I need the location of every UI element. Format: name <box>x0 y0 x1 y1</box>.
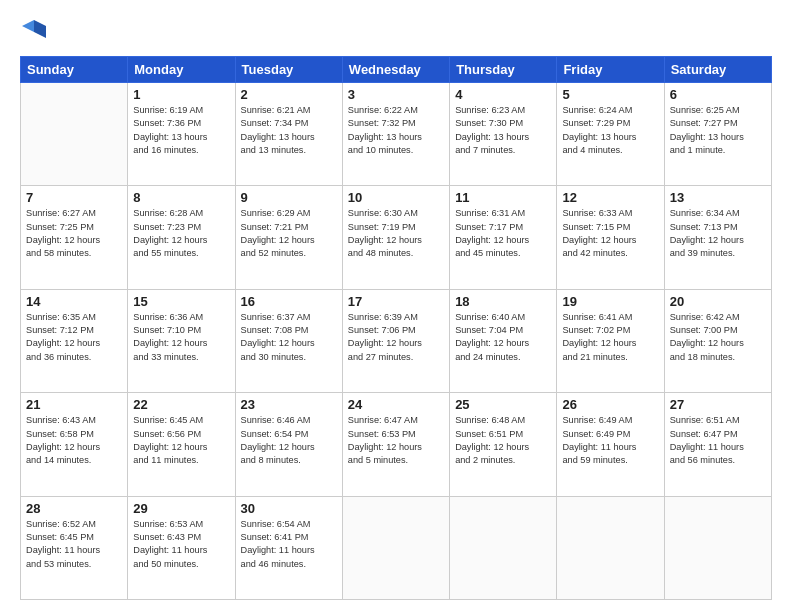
day-header-thursday: Thursday <box>450 57 557 83</box>
day-info: Sunrise: 6:35 AMSunset: 7:12 PMDaylight:… <box>26 311 122 364</box>
day-number: 27 <box>670 397 766 412</box>
day-number: 28 <box>26 501 122 516</box>
day-number: 11 <box>455 190 551 205</box>
calendar-week-4: 21Sunrise: 6:43 AMSunset: 6:58 PMDayligh… <box>21 393 772 496</box>
day-header-sunday: Sunday <box>21 57 128 83</box>
day-number: 24 <box>348 397 444 412</box>
day-number: 29 <box>133 501 229 516</box>
calendar-week-5: 28Sunrise: 6:52 AMSunset: 6:45 PMDayligh… <box>21 496 772 599</box>
calendar-cell <box>21 83 128 186</box>
day-info: Sunrise: 6:24 AMSunset: 7:29 PMDaylight:… <box>562 104 658 157</box>
day-header-monday: Monday <box>128 57 235 83</box>
day-header-saturday: Saturday <box>664 57 771 83</box>
calendar-cell <box>342 496 449 599</box>
day-header-wednesday: Wednesday <box>342 57 449 83</box>
day-number: 8 <box>133 190 229 205</box>
calendar-cell: 25Sunrise: 6:48 AMSunset: 6:51 PMDayligh… <box>450 393 557 496</box>
calendar-cell: 21Sunrise: 6:43 AMSunset: 6:58 PMDayligh… <box>21 393 128 496</box>
calendar-cell: 30Sunrise: 6:54 AMSunset: 6:41 PMDayligh… <box>235 496 342 599</box>
calendar-cell: 8Sunrise: 6:28 AMSunset: 7:23 PMDaylight… <box>128 186 235 289</box>
day-info: Sunrise: 6:29 AMSunset: 7:21 PMDaylight:… <box>241 207 337 260</box>
day-number: 1 <box>133 87 229 102</box>
day-number: 5 <box>562 87 658 102</box>
day-info: Sunrise: 6:25 AMSunset: 7:27 PMDaylight:… <box>670 104 766 157</box>
day-number: 22 <box>133 397 229 412</box>
day-info: Sunrise: 6:41 AMSunset: 7:02 PMDaylight:… <box>562 311 658 364</box>
day-number: 3 <box>348 87 444 102</box>
day-number: 17 <box>348 294 444 309</box>
day-info: Sunrise: 6:43 AMSunset: 6:58 PMDaylight:… <box>26 414 122 467</box>
day-info: Sunrise: 6:21 AMSunset: 7:34 PMDaylight:… <box>241 104 337 157</box>
day-number: 20 <box>670 294 766 309</box>
day-info: Sunrise: 6:27 AMSunset: 7:25 PMDaylight:… <box>26 207 122 260</box>
calendar-cell: 3Sunrise: 6:22 AMSunset: 7:32 PMDaylight… <box>342 83 449 186</box>
day-number: 13 <box>670 190 766 205</box>
day-number: 26 <box>562 397 658 412</box>
day-info: Sunrise: 6:40 AMSunset: 7:04 PMDaylight:… <box>455 311 551 364</box>
day-info: Sunrise: 6:30 AMSunset: 7:19 PMDaylight:… <box>348 207 444 260</box>
calendar-cell: 1Sunrise: 6:19 AMSunset: 7:36 PMDaylight… <box>128 83 235 186</box>
day-info: Sunrise: 6:33 AMSunset: 7:15 PMDaylight:… <box>562 207 658 260</box>
day-info: Sunrise: 6:37 AMSunset: 7:08 PMDaylight:… <box>241 311 337 364</box>
day-number: 30 <box>241 501 337 516</box>
day-number: 14 <box>26 294 122 309</box>
day-number: 9 <box>241 190 337 205</box>
day-number: 10 <box>348 190 444 205</box>
calendar-cell: 16Sunrise: 6:37 AMSunset: 7:08 PMDayligh… <box>235 289 342 392</box>
calendar-cell: 6Sunrise: 6:25 AMSunset: 7:27 PMDaylight… <box>664 83 771 186</box>
day-info: Sunrise: 6:51 AMSunset: 6:47 PMDaylight:… <box>670 414 766 467</box>
calendar-cell: 5Sunrise: 6:24 AMSunset: 7:29 PMDaylight… <box>557 83 664 186</box>
calendar-cell: 24Sunrise: 6:47 AMSunset: 6:53 PMDayligh… <box>342 393 449 496</box>
calendar-cell: 17Sunrise: 6:39 AMSunset: 7:06 PMDayligh… <box>342 289 449 392</box>
calendar-cell: 20Sunrise: 6:42 AMSunset: 7:00 PMDayligh… <box>664 289 771 392</box>
day-number: 6 <box>670 87 766 102</box>
calendar-cell <box>450 496 557 599</box>
day-number: 19 <box>562 294 658 309</box>
day-info: Sunrise: 6:31 AMSunset: 7:17 PMDaylight:… <box>455 207 551 260</box>
calendar-cell: 22Sunrise: 6:45 AMSunset: 6:56 PMDayligh… <box>128 393 235 496</box>
day-info: Sunrise: 6:52 AMSunset: 6:45 PMDaylight:… <box>26 518 122 571</box>
calendar-header-row: SundayMondayTuesdayWednesdayThursdayFrid… <box>21 57 772 83</box>
calendar-cell: 4Sunrise: 6:23 AMSunset: 7:30 PMDaylight… <box>450 83 557 186</box>
calendar-cell: 18Sunrise: 6:40 AMSunset: 7:04 PMDayligh… <box>450 289 557 392</box>
day-info: Sunrise: 6:19 AMSunset: 7:36 PMDaylight:… <box>133 104 229 157</box>
day-number: 23 <box>241 397 337 412</box>
day-info: Sunrise: 6:45 AMSunset: 6:56 PMDaylight:… <box>133 414 229 467</box>
day-info: Sunrise: 6:47 AMSunset: 6:53 PMDaylight:… <box>348 414 444 467</box>
logo-icon <box>20 18 48 46</box>
calendar-cell <box>557 496 664 599</box>
calendar-cell: 28Sunrise: 6:52 AMSunset: 6:45 PMDayligh… <box>21 496 128 599</box>
calendar-cell <box>664 496 771 599</box>
day-header-friday: Friday <box>557 57 664 83</box>
calendar-cell: 12Sunrise: 6:33 AMSunset: 7:15 PMDayligh… <box>557 186 664 289</box>
day-info: Sunrise: 6:23 AMSunset: 7:30 PMDaylight:… <box>455 104 551 157</box>
calendar-cell: 15Sunrise: 6:36 AMSunset: 7:10 PMDayligh… <box>128 289 235 392</box>
day-info: Sunrise: 6:53 AMSunset: 6:43 PMDaylight:… <box>133 518 229 571</box>
day-number: 25 <box>455 397 551 412</box>
calendar-week-3: 14Sunrise: 6:35 AMSunset: 7:12 PMDayligh… <box>21 289 772 392</box>
day-number: 15 <box>133 294 229 309</box>
day-info: Sunrise: 6:39 AMSunset: 7:06 PMDaylight:… <box>348 311 444 364</box>
day-info: Sunrise: 6:42 AMSunset: 7:00 PMDaylight:… <box>670 311 766 364</box>
day-info: Sunrise: 6:46 AMSunset: 6:54 PMDaylight:… <box>241 414 337 467</box>
calendar-cell: 14Sunrise: 6:35 AMSunset: 7:12 PMDayligh… <box>21 289 128 392</box>
day-info: Sunrise: 6:28 AMSunset: 7:23 PMDaylight:… <box>133 207 229 260</box>
day-info: Sunrise: 6:34 AMSunset: 7:13 PMDaylight:… <box>670 207 766 260</box>
calendar: SundayMondayTuesdayWednesdayThursdayFrid… <box>20 56 772 600</box>
day-number: 2 <box>241 87 337 102</box>
day-number: 21 <box>26 397 122 412</box>
calendar-cell: 19Sunrise: 6:41 AMSunset: 7:02 PMDayligh… <box>557 289 664 392</box>
day-number: 12 <box>562 190 658 205</box>
day-number: 4 <box>455 87 551 102</box>
calendar-cell: 23Sunrise: 6:46 AMSunset: 6:54 PMDayligh… <box>235 393 342 496</box>
calendar-cell: 11Sunrise: 6:31 AMSunset: 7:17 PMDayligh… <box>450 186 557 289</box>
day-info: Sunrise: 6:54 AMSunset: 6:41 PMDaylight:… <box>241 518 337 571</box>
day-info: Sunrise: 6:48 AMSunset: 6:51 PMDaylight:… <box>455 414 551 467</box>
calendar-cell: 13Sunrise: 6:34 AMSunset: 7:13 PMDayligh… <box>664 186 771 289</box>
day-number: 7 <box>26 190 122 205</box>
day-number: 16 <box>241 294 337 309</box>
logo <box>20 18 52 46</box>
calendar-cell: 10Sunrise: 6:30 AMSunset: 7:19 PMDayligh… <box>342 186 449 289</box>
calendar-cell: 29Sunrise: 6:53 AMSunset: 6:43 PMDayligh… <box>128 496 235 599</box>
day-info: Sunrise: 6:49 AMSunset: 6:49 PMDaylight:… <box>562 414 658 467</box>
